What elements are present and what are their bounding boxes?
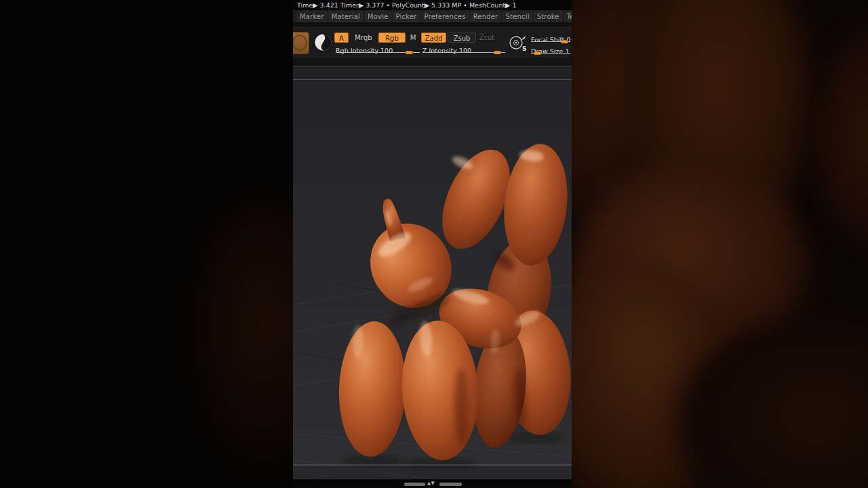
shelf-lower-band: [293, 58, 572, 66]
menu-bar: Marker Material Movie Picker Preferences…: [293, 10, 572, 22]
menu-item-stroke[interactable]: Stroke: [534, 12, 562, 22]
zsub-button[interactable]: Zsub: [448, 33, 476, 43]
rgb-intensity-slider[interactable]: Rgb Intensity 100: [336, 43, 420, 54]
document-top-band: [293, 66, 572, 79]
mrgb-button[interactable]: Mrgb: [351, 33, 376, 43]
slider-handle[interactable]: [406, 51, 413, 54]
anchor-button[interactable]: A: [334, 33, 349, 43]
menu-item-material[interactable]: Material: [329, 12, 363, 22]
focal-shift-slider[interactable]: Focal Shift 0: [531, 32, 570, 43]
top-shelf-toolbar: A Mrgb Rgb M Zadd Zsub Zcut Rgb Intensit…: [293, 26, 572, 58]
zadd-button[interactable]: Zadd: [421, 33, 446, 43]
blurred-backdrop-right: [572, 0, 868, 488]
slider-value: 100: [380, 47, 393, 54]
m-button[interactable]: M: [408, 33, 418, 43]
menu-item-marker[interactable]: Marker: [297, 12, 327, 22]
slider-handle[interactable]: [534, 52, 541, 55]
slider-label: Z Intensity: [422, 47, 457, 54]
status-bar: Time▶ 3.421 Timer▶ 3.377 • PolyCount▶ 5.…: [293, 0, 572, 10]
rgb-button[interactable]: Rgb: [378, 33, 406, 43]
menu-item-movie[interactable]: Movie: [365, 12, 391, 22]
slider-label: Focal Shift: [531, 36, 564, 43]
backdrop-balloon-shape: [184, 197, 293, 481]
menu-item-preferences[interactable]: Preferences: [422, 12, 469, 22]
sculpt-viewport[interactable]: [293, 79, 572, 479]
blurred-backdrop-left: [0, 0, 293, 488]
slider-handle[interactable]: [494, 51, 501, 54]
tray-divider-grip[interactable]: [439, 483, 462, 486]
tray-divider-grip[interactable]: [404, 483, 425, 486]
current-material-icon[interactable]: [313, 33, 333, 52]
slider-track: [422, 52, 505, 53]
balloon-dog-model: [293, 80, 572, 479]
svg-text:S: S: [522, 45, 526, 52]
zcut-button[interactable]: Zcut: [478, 33, 496, 43]
status-text: Time▶ 3.421 Timer▶ 3.377 • PolyCount▶ 5.…: [297, 1, 517, 9]
stroke-indicator-icon[interactable]: S: [509, 35, 529, 52]
menu-item-stencil[interactable]: Stencil: [502, 12, 532, 22]
menu-item-picker[interactable]: Picker: [393, 12, 420, 22]
draw-size-slider[interactable]: Draw Size 1: [531, 43, 570, 54]
slider-label: Rgb Intensity: [336, 47, 378, 54]
tray-collapse-arrows[interactable]: ▲▼: [427, 481, 435, 487]
slider-value: 1: [565, 47, 569, 55]
z-intensity-slider[interactable]: Z Intensity 100: [422, 43, 505, 54]
menu-item-render[interactable]: Render: [471, 12, 501, 22]
balloon-segments: [337, 140, 572, 462]
slider-value: 100: [459, 47, 471, 54]
backdrop-balloon-shape: [816, 20, 868, 251]
zbrush-window: Time▶ 3.421 Timer▶ 3.377 • PolyCount▶ 5.…: [293, 0, 572, 488]
menu-item-texture[interactable]: Texture: [564, 12, 572, 22]
bottom-tray-bar: ▲▼: [293, 479, 572, 488]
current-brush-icon[interactable]: [293, 32, 309, 54]
